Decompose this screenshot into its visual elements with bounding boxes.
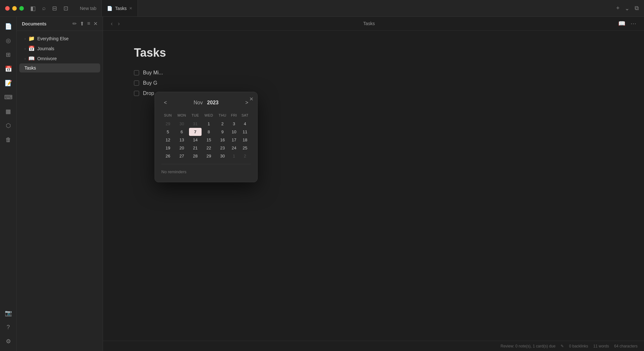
- rail-note-icon[interactable]: 📝: [3, 77, 14, 89]
- rail-documents-icon[interactable]: 📄: [3, 21, 14, 32]
- calendar-day[interactable]: 9: [216, 128, 229, 136]
- rail-help-icon[interactable]: ?: [3, 321, 14, 333]
- calendar-day[interactable]: 27: [175, 152, 189, 160]
- calendar-day[interactable]: 1: [202, 120, 216, 128]
- task-checkbox-3[interactable]: [134, 91, 139, 96]
- close-button[interactable]: [5, 6, 10, 11]
- calendar-day[interactable]: 23: [216, 144, 229, 152]
- calendar-day[interactable]: 5: [161, 128, 175, 136]
- tasks-tab[interactable]: 📄 Tasks ✕: [102, 0, 138, 16]
- rail-camera-icon[interactable]: 📷: [3, 307, 14, 319]
- calendar-day[interactable]: 16: [216, 136, 229, 144]
- calendar-day[interactable]: 14: [189, 136, 202, 144]
- calendar-day[interactable]: 10: [229, 128, 239, 136]
- rail-trash-icon[interactable]: 🗑: [3, 134, 14, 146]
- no-reminders-text: No reminders: [161, 168, 251, 176]
- calendar-day[interactable]: 26: [161, 152, 175, 160]
- sidebar-item-tasks[interactable]: Tasks: [19, 63, 100, 72]
- rail-settings-icon[interactable]: ⚙: [3, 336, 14, 347]
- back-button[interactable]: ‹: [111, 20, 113, 27]
- sidebar-item-everything-else[interactable]: › 📁 Everything Else: [19, 33, 100, 43]
- main-content: ‹ › Tasks 📖 ⋯ Tasks Buy Mi... Buy G: [103, 17, 644, 351]
- maximize-button[interactable]: [19, 6, 24, 11]
- tab-close-icon[interactable]: ✕: [129, 6, 132, 11]
- dow-tue: TUE: [189, 112, 202, 120]
- split-view-icon[interactable]: ⧉: [635, 5, 639, 12]
- layout-icon[interactable]: ⊡: [63, 5, 68, 12]
- calendar-day[interactable]: 28: [189, 152, 202, 160]
- sidebar-toggle-icon[interactable]: ◧: [30, 5, 36, 12]
- rail-graph-icon[interactable]: ◎: [3, 35, 14, 46]
- journals-icon: 📅: [28, 45, 35, 52]
- calendar-day[interactable]: 6: [175, 128, 189, 136]
- sidebar-item-omnivore[interactable]: › 📖 Omnivore: [19, 53, 100, 63]
- bookmark-icon[interactable]: ⊟: [52, 5, 57, 12]
- sidebar-item-journals[interactable]: › 📅 Journals: [19, 43, 100, 53]
- sidebar: Documents ✏ ⬆ ≡ ✕ › 📁 Everything Else › …: [17, 17, 103, 351]
- folder-icon: 📁: [28, 35, 35, 42]
- calendar-day[interactable]: 22: [202, 144, 216, 152]
- calendar-day[interactable]: 7: [189, 128, 202, 136]
- close-sidebar-icon[interactable]: ✕: [93, 21, 98, 27]
- calendar-day[interactable]: 2: [216, 120, 229, 128]
- import-icon[interactable]: ⬆: [80, 21, 84, 27]
- calendar-day[interactable]: 2: [239, 152, 251, 160]
- calendar-grid: SUN MON TUE WED THU FRI SAT 293: [161, 112, 251, 160]
- calendar-close-button[interactable]: ✕: [249, 96, 253, 102]
- rail-plugin-icon[interactable]: ⬡: [3, 120, 14, 131]
- sidebar-header: Documents ✏ ⬆ ≡ ✕: [17, 17, 103, 31]
- rail-table-icon[interactable]: ▦: [3, 106, 14, 117]
- dow-wed: WED: [202, 112, 216, 120]
- calendar-day[interactable]: 25: [239, 144, 251, 152]
- calendar-day[interactable]: 29: [161, 120, 175, 128]
- calendar-day[interactable]: 4: [239, 120, 251, 128]
- calendar-day[interactable]: 18: [239, 136, 251, 144]
- calendar-day[interactable]: 19: [161, 144, 175, 152]
- calendar-header: < Nov 2023 >: [161, 99, 251, 107]
- calendar-day[interactable]: 15: [202, 136, 216, 144]
- sidebar-item-label: Journals: [37, 46, 54, 51]
- titlebar-right: + ⌄ ⧉: [616, 5, 639, 12]
- forward-button[interactable]: ›: [118, 20, 120, 27]
- calendar-day[interactable]: 21: [189, 144, 202, 152]
- titlebar-icons: ◧ ⌕ ⊟ ⊡: [30, 5, 68, 12]
- calendar-day[interactable]: 30: [216, 152, 229, 160]
- calendar-day[interactable]: 31: [189, 120, 202, 128]
- rail-grid-icon[interactable]: ⊞: [3, 49, 14, 61]
- calendar-day[interactable]: 24: [229, 144, 239, 152]
- main-toolbar-right: 📖 ⋯: [618, 20, 636, 27]
- new-note-icon[interactable]: ✏: [72, 21, 77, 27]
- search-icon[interactable]: ⌕: [42, 5, 46, 12]
- rail-terminal-icon[interactable]: ⌨: [3, 91, 14, 103]
- sort-icon[interactable]: ≡: [87, 21, 90, 27]
- calendar-day[interactable]: 29: [202, 152, 216, 160]
- add-tab-button[interactable]: +: [616, 5, 620, 12]
- calendar-day[interactable]: 11: [239, 128, 251, 136]
- calendar-day[interactable]: 1: [229, 152, 239, 160]
- sidebar-actions: ✏ ⬆ ≡ ✕: [72, 21, 98, 27]
- editor-area: Tasks Buy Mi... Buy G Drop ✕: [103, 31, 644, 341]
- traffic-lights: [5, 6, 24, 11]
- calendar-day[interactable]: 3: [229, 120, 239, 128]
- task-checkbox-1[interactable]: [134, 70, 139, 75]
- calendar-day[interactable]: 17: [229, 136, 239, 144]
- new-tab-tab[interactable]: New tab: [75, 0, 102, 16]
- collapse-tabs-icon[interactable]: ⌄: [625, 5, 630, 12]
- more-options-icon[interactable]: ⋯: [630, 20, 636, 27]
- task-checkbox-2[interactable]: [134, 81, 139, 86]
- calendar-day[interactable]: 12: [161, 136, 175, 144]
- prev-month-button[interactable]: <: [161, 99, 169, 107]
- book-icon[interactable]: 📖: [618, 20, 625, 27]
- calendar-day[interactable]: 30: [175, 120, 189, 128]
- calendar-day[interactable]: 20: [175, 144, 189, 152]
- tab-label: New tab: [80, 6, 96, 11]
- rail-calendar-icon[interactable]: 📅: [3, 63, 14, 75]
- icon-rail: 📄 ◎ ⊞ 📅 📝 ⌨ ▦ ⬡ 🗑 📷 ? ⚙: [0, 17, 17, 351]
- minimize-button[interactable]: [12, 6, 17, 11]
- calendar-day[interactable]: 8: [202, 128, 216, 136]
- calendar-modal: ✕ < Nov 2023 >: [155, 92, 258, 182]
- calendar-day[interactable]: 13: [175, 136, 189, 144]
- tabs: New tab 📄 Tasks ✕: [75, 0, 616, 16]
- review-status: Review: 0 note(s), 1 card(s) due: [500, 344, 555, 348]
- task-item: Buy G: [134, 80, 613, 86]
